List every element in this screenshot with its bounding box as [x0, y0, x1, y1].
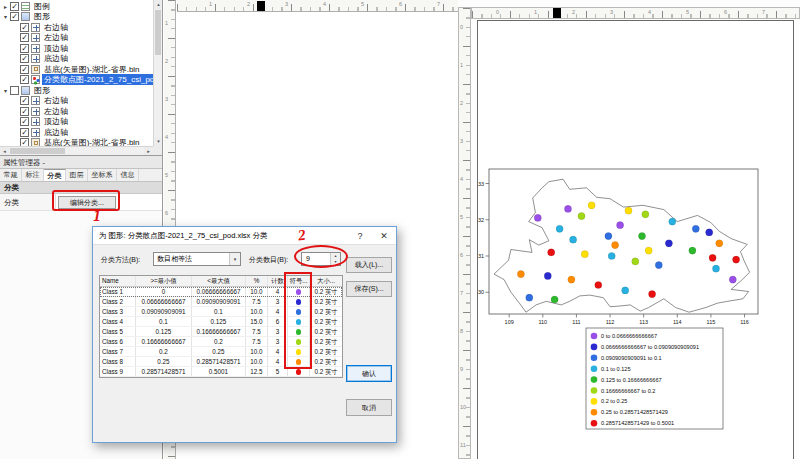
spinner-buttons[interactable]: ▴▾	[330, 253, 340, 265]
visibility-checkbox[interactable]: ✓	[20, 96, 29, 105]
visibility-checkbox[interactable]: ✓	[20, 54, 29, 63]
expand-arrow-icon[interactable]: ▸	[1, 3, 10, 10]
spin-down-icon[interactable]: ▾	[331, 259, 340, 265]
tree-item[interactable]: ▸✓图例	[0, 1, 153, 12]
save-button[interactable]: 保存(S)...	[346, 281, 392, 297]
class-row[interactable]: Class 40.10.12515.060.2 英寸	[100, 317, 342, 327]
symbol-cell	[288, 287, 310, 296]
class-table: Name>=最小值<最大值%计数符号...大小... Class 100.066…	[99, 275, 343, 378]
tab-图层[interactable]: 图层	[66, 169, 88, 181]
column-header[interactable]: 大小...	[310, 276, 342, 286]
tab-分类[interactable]: 分类	[44, 169, 66, 181]
scatter-point	[665, 240, 672, 247]
ruler-number: 5	[686, 9, 689, 15]
tab-常规[interactable]: 常规	[0, 169, 22, 181]
visibility-checkbox[interactable]: ✓	[20, 65, 29, 74]
visibility-checkbox[interactable]: ✓	[20, 117, 29, 126]
tree-item[interactable]: ✓左边轴	[0, 106, 153, 117]
map-icon	[31, 138, 40, 146]
visibility-checkbox[interactable]: ✓	[20, 23, 29, 32]
visibility-checkbox[interactable]	[10, 86, 19, 95]
class-row[interactable]: Class 50.1250.166666666677.530.2 英寸	[100, 327, 342, 337]
class-cell: 0.28571428571	[136, 367, 192, 376]
tab-坐标系[interactable]: 坐标系	[88, 169, 117, 181]
visibility-checkbox[interactable]: ✓	[10, 12, 19, 21]
class-row[interactable]: Class 20.066666666670.090909090917.530.2…	[100, 297, 342, 307]
ruler-number: 4	[165, 134, 168, 140]
tree-item[interactable]: ✓左边轴	[0, 33, 153, 44]
scatter-point	[578, 213, 585, 220]
tree-item[interactable]: ✓顶边轴	[0, 43, 153, 54]
visibility-checkbox[interactable]: ✓	[20, 33, 29, 42]
load-button[interactable]: 载入(L)...	[346, 257, 392, 273]
scroll-up-icon[interactable]: ▴	[154, 0, 163, 9]
scroll-left-icon[interactable]: ◂	[0, 147, 9, 156]
classification-row-label: 分类	[0, 194, 56, 210]
class-cell: 0.25	[192, 347, 246, 356]
visibility-checkbox[interactable]: ✓	[20, 138, 29, 146]
scroll-right-icon[interactable]: ▸	[144, 147, 153, 156]
expand-arrow-icon[interactable]: ▾	[1, 13, 10, 20]
tab-信息[interactable]: 信息	[117, 169, 139, 181]
visibility-checkbox[interactable]: ✓	[20, 44, 29, 53]
column-header[interactable]: %	[246, 276, 268, 286]
legend-swatch	[591, 333, 598, 340]
class-row[interactable]: Class 90.285714285710.500112.550.2 英寸	[100, 367, 342, 377]
dialog-titlebar[interactable]: 为 图形: 分类散点图-2021_2_75_csi_pod.xlsx 分类 ? …	[93, 227, 396, 245]
class-row[interactable]: Class 80.250.2857142857110.040.2 英寸	[100, 357, 342, 367]
tree-item[interactable]: ✓底边轴	[0, 127, 153, 138]
column-header[interactable]: 符号...	[288, 276, 310, 286]
tree-item[interactable]: ✓底边轴	[0, 54, 153, 65]
tree-item[interactable]: ▾✓图形	[0, 12, 153, 23]
x-tick-label: 112	[606, 319, 615, 325]
class-row[interactable]: Class 100.0666666666710.040.2 英寸	[100, 287, 342, 297]
scatter-point	[581, 251, 588, 258]
tree-horizontal-scrollbar[interactable]: ◂ ▸	[0, 146, 153, 155]
tree-item[interactable]: ✓顶边轴	[0, 117, 153, 128]
scatter-point	[568, 276, 575, 283]
class-row[interactable]: Class 70.20.2510.040.2 英寸	[100, 347, 342, 357]
column-header[interactable]: Name	[100, 276, 136, 286]
chevron-down-icon[interactable]: ▾	[229, 253, 240, 265]
column-header[interactable]: 计数	[268, 276, 288, 286]
tree-item[interactable]: ✓基底(矢量图)-湖北-省界.bln	[0, 138, 153, 147]
axis-icon	[31, 107, 40, 116]
tree-item[interactable]: ✓分类散点图-2021_2_75_csi_pod.xlsx	[0, 75, 153, 86]
x-tick-label: 111	[572, 319, 580, 325]
visibility-checkbox[interactable]: ✓	[20, 128, 29, 137]
class-row[interactable]: Class 30.090909090910.110.040.2 英寸	[100, 307, 342, 317]
tree-item[interactable]: ✓右边轴	[0, 22, 153, 33]
class-cell: 0.2 英寸	[310, 317, 342, 326]
column-header[interactable]: >=最小值	[136, 276, 192, 286]
x-tick-label: 109	[505, 319, 514, 325]
tree-item-label: 基底(矢量图)-湖北-省界.bln	[42, 64, 142, 75]
help-icon[interactable]: ?	[348, 227, 372, 244]
scrollbar-thumb[interactable]	[10, 148, 65, 154]
scroll-down-icon[interactable]: ▾	[154, 137, 163, 146]
column-header[interactable]: <最大值	[192, 276, 246, 286]
ok-button[interactable]: 确认	[346, 365, 392, 382]
ruler-number: 2	[572, 9, 575, 15]
class-cell: 3	[268, 327, 288, 336]
tree-item-label: 右边轴	[42, 22, 70, 33]
scrollbar-thumb[interactable]	[155, 10, 161, 55]
tree-item[interactable]: ▾图形	[0, 85, 153, 96]
visibility-checkbox[interactable]: ✓	[20, 75, 29, 84]
visibility-checkbox[interactable]: ✓	[10, 2, 19, 11]
class-row[interactable]: Class 60.166666666670.27.530.2 英寸	[100, 337, 342, 347]
tree-vertical-scrollbar[interactable]: ▴ ▾	[153, 0, 162, 146]
expand-arrow-icon[interactable]: ▾	[1, 87, 10, 94]
cancel-button[interactable]: 取消	[346, 399, 392, 416]
class-count-spinner[interactable]: 9 ▴▾	[301, 252, 341, 266]
scatter-point	[517, 271, 524, 278]
close-icon[interactable]: ✕	[372, 227, 396, 244]
tab-标注[interactable]: 标注	[22, 169, 44, 181]
legend-swatch	[591, 355, 598, 362]
edit-classes-button[interactable]: 编辑分类...	[58, 196, 116, 209]
method-dropdown[interactable]: 数目相等法 ▾	[153, 252, 241, 266]
class-color-dot	[296, 299, 302, 305]
tree-item[interactable]: ✓基底(矢量图)-湖北-省界.bln	[0, 64, 153, 75]
tree-item[interactable]: ✓右边轴	[0, 96, 153, 107]
document-page[interactable]: 109110111112113114115116303132330 to 0.0…	[477, 20, 794, 459]
visibility-checkbox[interactable]: ✓	[20, 107, 29, 116]
